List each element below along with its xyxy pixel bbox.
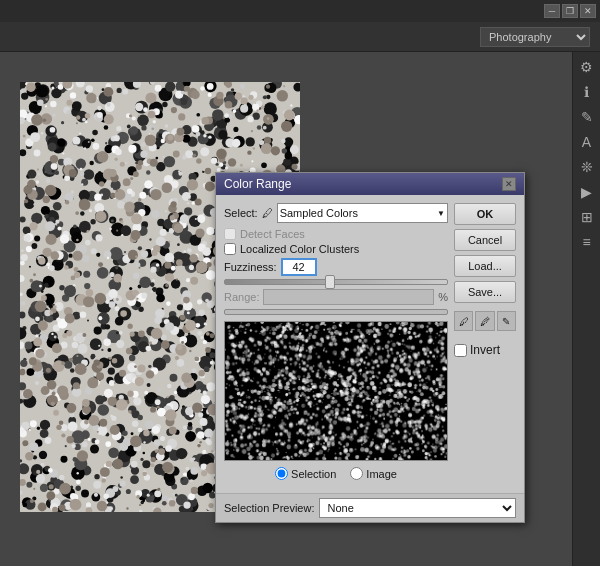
fuzziness-label: Fuzziness: — [224, 261, 277, 273]
localized-clusters-checkbox[interactable] — [224, 243, 236, 255]
dialog-main: Select: 🖊 Sampled Colors ▼ Detect Faces — [224, 203, 448, 485]
select-label: Select: — [224, 207, 258, 219]
selection-label: Selection — [291, 468, 336, 480]
panel-icon-info[interactable]: ℹ — [576, 81, 598, 103]
panel-icon-settings[interactable]: ⚙ — [576, 56, 598, 78]
save-button[interactable]: Save... — [454, 281, 516, 303]
title-bar: ─ ❒ ✕ — [0, 0, 600, 22]
top-bar: Photography — [0, 22, 600, 52]
panel-icon-play[interactable]: ▶ — [576, 181, 598, 203]
dialog-close-button[interactable]: ✕ — [502, 177, 516, 191]
range-label: Range: — [224, 291, 259, 303]
radio-row: Selection Image — [224, 467, 448, 480]
image-label: Image — [366, 468, 397, 480]
selection-preview-row: Selection Preview: None — [216, 493, 524, 522]
eyedropper-tools: 🖊 🖉 ✎ — [454, 311, 516, 331]
select-arrow-icon: ▼ — [437, 209, 445, 218]
select-row: Select: 🖊 Sampled Colors ▼ — [224, 203, 448, 223]
right-panel: ⚙ ℹ ✎ A ❊ ▶ ⊞ ≡ — [572, 52, 600, 566]
localized-clusters-label: Localized Color Clusters — [240, 243, 359, 255]
color-range-dialog: Color Range ✕ Select: 🖊 Sampled Colors ▼ — [215, 172, 525, 523]
workspace-select[interactable]: Photography — [480, 27, 590, 47]
selection-radio-option[interactable]: Selection — [275, 467, 336, 480]
invert-row: Invert — [454, 343, 516, 357]
canvas-area: Color Range ✕ Select: 🖊 Sampled Colors ▼ — [0, 52, 572, 566]
dialog-body: Select: 🖊 Sampled Colors ▼ Detect Faces — [216, 195, 524, 493]
invert-checkbox[interactable] — [454, 344, 467, 357]
image-radio-option[interactable]: Image — [350, 467, 397, 480]
workspace: Color Range ✕ Select: 🖊 Sampled Colors ▼ — [0, 52, 600, 566]
panel-icon-effects[interactable]: ❊ — [576, 156, 598, 178]
load-button[interactable]: Load... — [454, 255, 516, 277]
dialog-titlebar: Color Range ✕ — [216, 173, 524, 195]
ok-button[interactable]: OK — [454, 203, 516, 225]
range-slider-track — [224, 309, 448, 315]
panel-icon-text[interactable]: A — [576, 131, 598, 153]
fuzziness-input[interactable]: 42 — [281, 258, 317, 276]
eyedropper-icon: 🖊 — [262, 207, 273, 219]
restore-button[interactable]: ❒ — [562, 4, 578, 18]
panel-icon-edit[interactable]: ✎ — [576, 106, 598, 128]
selection-radio[interactable] — [275, 467, 288, 480]
invert-label: Invert — [470, 343, 500, 357]
selection-preview-select[interactable]: None — [319, 498, 517, 518]
preview-container — [224, 321, 448, 461]
detect-faces-label: Detect Faces — [240, 228, 305, 240]
select-value: Sampled Colors — [280, 207, 358, 219]
panel-icon-grid[interactable]: ⊞ — [576, 206, 598, 228]
range-input — [263, 289, 434, 305]
close-button[interactable]: ✕ — [580, 4, 596, 18]
detect-faces-checkbox[interactable] — [224, 228, 236, 240]
image-radio[interactable] — [350, 467, 363, 480]
dialog-buttons: OK Cancel Load... Save... 🖊 🖉 ✎ — [454, 203, 516, 485]
select-dropdown[interactable]: Sampled Colors ▼ — [277, 203, 448, 223]
add-eyedropper-button[interactable]: 🖉 — [475, 311, 494, 331]
fuzziness-row: Fuzziness: 42 — [224, 258, 448, 276]
dialog-overlay: Color Range ✕ Select: 🖊 Sampled Colors ▼ — [0, 52, 572, 566]
panel-icon-menu[interactable]: ≡ — [576, 231, 598, 253]
detect-faces-row: Detect Faces — [224, 228, 448, 240]
minimize-button[interactable]: ─ — [544, 4, 560, 18]
dialog-title: Color Range — [224, 177, 291, 191]
cancel-button[interactable]: Cancel — [454, 229, 516, 251]
selection-preview-label: Selection Preview: — [224, 502, 315, 514]
preview-canvas — [225, 322, 447, 460]
localized-clusters-row: Localized Color Clusters — [224, 243, 448, 255]
range-row: Range: % — [224, 289, 448, 305]
eyedropper-button[interactable]: 🖊 — [454, 311, 473, 331]
range-pct: % — [438, 291, 448, 303]
fuzziness-slider-thumb[interactable] — [325, 275, 335, 289]
subtract-eyedropper-button[interactable]: ✎ — [497, 311, 516, 331]
fuzziness-slider-track — [224, 279, 448, 285]
